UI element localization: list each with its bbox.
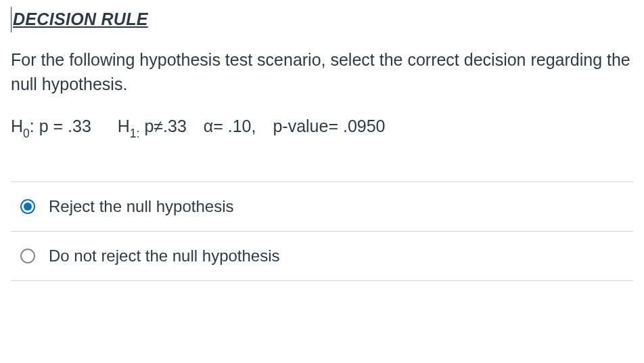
h0-sub: 0 xyxy=(23,127,30,140)
question-title: DECISION RULE xyxy=(11,7,633,33)
h1-term: H1: p≠.33 xyxy=(118,114,187,141)
hypotheses-line: H0: p = .33 H1: p≠.33 α= .10, p-value= .… xyxy=(11,114,633,141)
h0-prefix: H xyxy=(11,116,23,135)
options-list: Reject the null hypothesis Do not reject… xyxy=(11,182,633,281)
question-prompt: For the following hypothesis test scenar… xyxy=(11,47,633,97)
pvalue-term: p-value= .0950 xyxy=(273,114,385,140)
alpha-term: α= .10, xyxy=(204,114,256,140)
h1-sub: 1: xyxy=(130,127,140,140)
radio-icon[interactable] xyxy=(20,249,35,263)
radio-icon[interactable] xyxy=(20,199,35,214)
h1-text: p≠.33 xyxy=(139,116,186,135)
option-do-not-reject[interactable]: Do not reject the null hypothesis xyxy=(11,232,633,281)
h0-term: H0: p = .33 xyxy=(11,114,91,141)
h0-text: : p = .33 xyxy=(30,116,91,135)
option-label: Reject the null hypothesis xyxy=(49,194,234,219)
option-reject[interactable]: Reject the null hypothesis xyxy=(11,182,633,232)
option-label: Do not reject the null hypothesis xyxy=(49,244,280,268)
h1-prefix: H xyxy=(118,116,130,135)
